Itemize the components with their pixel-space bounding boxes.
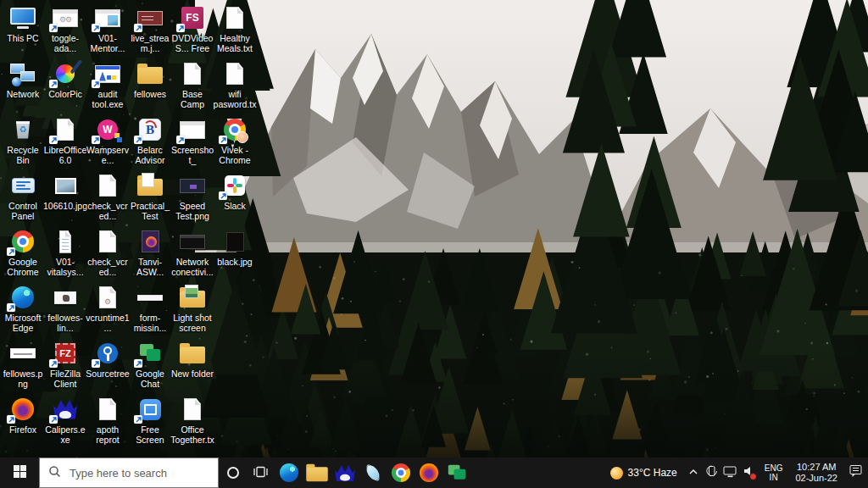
- desktop-icon-label: Microsoft Edge: [1, 313, 45, 333]
- desktop-icon-form-missin[interactable]: form-missin...: [129, 281, 171, 337]
- desktop-icon-base-camp-task-txt[interactable]: Base Camp Task.txt: [171, 58, 214, 114]
- desktop-icon-label: Google Chrome: [1, 257, 45, 277]
- task-view-button[interactable]: [247, 458, 275, 488]
- taskbar-app-google-chrome[interactable]: [387, 458, 415, 488]
- desktop-icon-label: live_stream.j...: [128, 33, 172, 53]
- desktop-icon-network-conectivi[interactable]: Network conectivi...: [171, 225, 214, 281]
- cortana-button[interactable]: [219, 458, 247, 488]
- task-view-icon: [253, 466, 268, 480]
- desktop-icon-sourcetree[interactable]: Sourcetree: [86, 337, 129, 393]
- desktop-icon-slack[interactable]: Slack: [214, 169, 256, 225]
- tray-network-button[interactable]: [721, 458, 740, 488]
- desktop-icon-black-jpg[interactable]: black.jpg: [214, 225, 256, 281]
- desktop-icon-label: Office Together.txt: [170, 424, 214, 445]
- desktop-icon-filezilla-client[interactable]: FZFileZilla Client: [44, 337, 86, 393]
- network-conectivi-icon: [177, 228, 208, 255]
- calipers-icon: [335, 464, 355, 481]
- desktop-icon-belarc-advisor[interactable]: BBelarc Advisor: [129, 114, 171, 169]
- desktop-icon-label: Network: [1, 89, 45, 99]
- desktop-icon-this-pc[interactable]: This PC: [2, 2, 44, 58]
- weather-widget[interactable]: 33°C Haze: [604, 458, 684, 488]
- tray-clock[interactable]: 10:27 AM 02-Jun-22: [788, 462, 844, 484]
- desktop-icon-label: black.jpg: [213, 257, 257, 267]
- desktop-icon-light-shot-screen-shot[interactable]: Light shot screen shot: [171, 281, 214, 337]
- check-vcred-icon: [92, 228, 123, 255]
- desktop-icon-fellowes-png[interactable]: fellowes.png: [2, 337, 44, 393]
- desktop-icon-check-vcred[interactable]: check_vcred...: [86, 169, 129, 225]
- desktop-icon-apoth-reprot-bu-txt[interactable]: apoth reprot BU.txt: [86, 393, 129, 449]
- live-stream-j-icon: [135, 4, 165, 31]
- shortcut-arrow-icon: [49, 359, 58, 368]
- desktop-icon-v01-vitalsys[interactable]: V01-vitalsys...: [44, 225, 86, 281]
- desktop-icon-label: toggle-ada...: [43, 33, 87, 53]
- google-chrome-icon: [8, 228, 38, 255]
- desktop-icon-dvdvideos-free-studio[interactable]: FSDVDVideoS... Free Studio: [171, 2, 214, 58]
- desktop-icon-fellowes-lin[interactable]: fellowes-lin...: [44, 281, 86, 337]
- tray-phone-button[interactable]: [703, 458, 721, 488]
- desktop-icon-wifi-pasword-txt[interactable]: wifi pasword.txt: [214, 58, 256, 114]
- taskbar-app-microsoft-edge[interactable]: [275, 458, 303, 488]
- desktop-icon-control-panel[interactable]: Control Panel: [2, 169, 44, 225]
- desktop-icon-wampserve[interactable]: WWampserve...: [86, 114, 129, 169]
- search-box[interactable]: [39, 458, 219, 488]
- search-input[interactable]: [68, 466, 198, 480]
- dvdvideos-free-studio-icon: FS: [177, 4, 208, 31]
- desktop-icon-practical-test[interactable]: Practical_Test: [129, 169, 171, 225]
- taskbar-app-file-explorer[interactable]: [303, 458, 331, 488]
- desktop-icon-live-stream-j[interactable]: live_stream.j...: [129, 2, 171, 58]
- desktop-icon-label: Slack: [213, 201, 257, 211]
- desktop-icon-label: Sourcetree: [86, 369, 130, 379]
- slack-icon: [220, 172, 250, 199]
- desktop-icon-colorpic[interactable]: ColorPic: [44, 58, 86, 114]
- desktop-icon-firefox[interactable]: Firefox: [2, 393, 44, 449]
- show-hidden-icons-button[interactable]: [684, 458, 703, 488]
- start-button[interactable]: [0, 458, 39, 488]
- chevron-up-icon: [688, 465, 698, 480]
- desktop-icon-check-vcred[interactable]: check_vcred...: [86, 225, 129, 281]
- action-center-button[interactable]: [844, 458, 868, 488]
- desktop-icon-106610-jpg[interactable]: 106610.jpg: [44, 169, 86, 225]
- desktop-icon-network[interactable]: Network: [2, 58, 44, 114]
- desktop-icon-microsoft-edge[interactable]: Microsoft Edge: [2, 281, 44, 337]
- this-pc-icon: [8, 4, 38, 31]
- desktop-icon-calipers-exe[interactable]: Calipers.exe: [44, 393, 86, 449]
- desktop-icon-audit-tool-exe[interactable]: audit tool.exe: [86, 58, 129, 114]
- desktop-icon-healthy-meals-txt[interactable]: Healthy Meals.txt: [214, 2, 256, 58]
- desktop-icon-label: Free Screen Video Rec...: [128, 424, 172, 445]
- desktop-icon-google-chrome[interactable]: Google Chrome: [2, 225, 44, 281]
- desktop-icon-v01-mentor[interactable]: V01-Mentor...: [86, 2, 129, 58]
- desktop-icon-label: fellowes-lin...: [43, 313, 87, 333]
- desktop-icon-label: Light shot screen shot: [170, 313, 214, 333]
- desktop-icon-label: Control Panel: [1, 201, 45, 221]
- taskbar-pinned-apps: [275, 458, 470, 488]
- desktop-icon-toggle-ada[interactable]: ⚙︎⚙︎toggle-ada...: [44, 2, 86, 58]
- sourcetree-icon: [92, 340, 123, 367]
- tray-language-indicator[interactable]: ENG IN: [759, 463, 789, 482]
- desktop-icon-free-screen-video-rec[interactable]: Free Screen Video Rec...: [129, 393, 171, 449]
- desktop-icon-libreoffice-6-0[interactable]: LibreOffice 6.0: [44, 114, 86, 169]
- desktop-icon-google-chat[interactable]: Google Chat: [129, 337, 171, 393]
- shortcut-arrow-icon: [134, 359, 142, 368]
- taskbar-app-calipers[interactable]: [331, 458, 359, 488]
- desktop-icon-label: Practical_Test: [128, 201, 172, 221]
- base-camp-task-txt-icon: [177, 60, 208, 87]
- desktop-icon-tanvi-asw[interactable]: Tanvi-ASW...: [129, 225, 171, 281]
- file-explorer-icon: [306, 464, 328, 481]
- desktop-icon-label: audit tool.exe: [86, 89, 130, 109]
- desktop-icon-new-folder[interactable]: New folder: [171, 337, 214, 393]
- tray-volume-button[interactable]: [740, 458, 759, 488]
- desktop-icon-office-together-txt[interactable]: Office Together.txt: [171, 393, 214, 449]
- desktop-icon-fellowes[interactable]: fellowes: [129, 58, 171, 114]
- taskbar-app-firefox[interactable]: [415, 458, 442, 488]
- desktop-icon-speed-test-png[interactable]: Speed Test.png: [171, 169, 214, 225]
- shortcut-arrow-icon: [92, 359, 100, 368]
- desktop-icon-recycle-bin[interactable]: ♻︎Recycle Bin: [2, 114, 44, 169]
- taskbar-app-lightshot[interactable]: [359, 458, 387, 488]
- black-jpg-icon: [220, 228, 250, 255]
- shortcut-arrow-icon: [49, 415, 58, 424]
- desktop-icon-vivek-chrome[interactable]: Vivek - Chrome: [214, 114, 256, 169]
- desktop-icon-screenshot[interactable]: Screenshot_: [171, 114, 214, 169]
- desktop-icon-label: Recycle Bin: [1, 145, 45, 165]
- desktop-icon-vcruntime1[interactable]: ⚙︎vcruntime1...: [86, 281, 129, 337]
- taskbar-app-google-chat[interactable]: [442, 458, 470, 488]
